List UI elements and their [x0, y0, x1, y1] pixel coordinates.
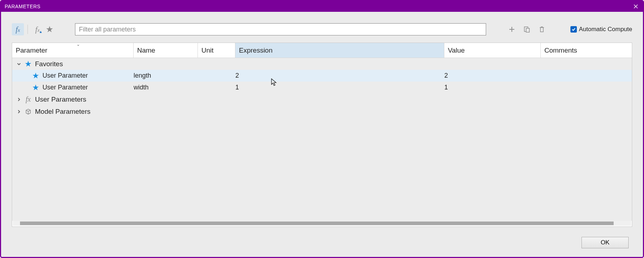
toolbar-separator	[28, 25, 28, 34]
column-header-unit[interactable]: Unit	[198, 43, 235, 58]
row-expr[interactable]: 2	[235, 72, 444, 79]
svg-rect-1	[526, 28, 529, 32]
chevron-right-icon	[17, 109, 21, 114]
toolbar-left: fx fx ▲ ★	[12, 23, 56, 35]
column-header-expression[interactable]: Expression	[235, 43, 444, 58]
star-icon: ★	[32, 84, 40, 92]
row-type: User Parameter	[43, 84, 88, 91]
user-parameters-button[interactable]: fx ▲	[31, 23, 44, 35]
cube-icon	[24, 108, 32, 116]
star-icon: ★	[24, 60, 32, 68]
table-row[interactable]: ★ User Parameter length 2 2	[12, 70, 632, 82]
group-label: Model Parameters	[35, 108, 90, 116]
column-header-parameter[interactable]: Parameter	[12, 43, 134, 58]
titlebar[interactable]: PARAMETERS	[1, 1, 643, 12]
scrollbar-thumb[interactable]	[20, 222, 614, 225]
dialog-footer: OK	[12, 233, 632, 252]
delete-button[interactable]	[538, 25, 546, 34]
expand-toggle[interactable]	[16, 97, 22, 102]
fx-icon: fx	[16, 25, 20, 34]
group-label: User Parameters	[35, 96, 86, 103]
automatic-compute-label: Automatic Compute	[579, 26, 632, 33]
group-row-model[interactable]: Model Parameters	[12, 105, 632, 118]
sort-indicator-icon: ⌄	[76, 42, 80, 47]
row-value: 1	[444, 84, 541, 91]
horizontal-scrollbar[interactable]	[13, 221, 631, 226]
row-name: width	[134, 84, 198, 91]
group-row-favorites[interactable]: ★ Favorites	[12, 58, 632, 70]
add-parameter-button[interactable]	[508, 25, 516, 34]
filter-input[interactable]	[75, 23, 486, 35]
user-badge-icon: ▲	[39, 30, 43, 34]
parameters-grid: ⌄ Parameter Name Unit Expression Value C…	[12, 43, 632, 227]
close-icon	[633, 4, 638, 9]
toolbar: fx fx ▲ ★	[12, 23, 632, 36]
filter-container	[75, 23, 486, 35]
fx-icon: fx	[24, 96, 32, 103]
row-type: User Parameter	[43, 72, 88, 79]
favorites-filter-button[interactable]: ★	[44, 23, 56, 35]
close-button[interactable]	[631, 2, 641, 11]
paste-button[interactable]	[523, 25, 531, 34]
automatic-compute-toggle[interactable]: Automatic Compute	[570, 26, 632, 33]
trash-icon	[538, 26, 545, 33]
parameters-dialog: PARAMETERS fx fx ▲ ★	[0, 0, 644, 258]
column-header-name[interactable]: Name	[134, 43, 198, 58]
row-value: 2	[444, 72, 541, 79]
plus-icon	[508, 26, 515, 33]
window-title: PARAMETERS	[5, 4, 631, 9]
column-header-comments[interactable]: Comments	[541, 43, 632, 58]
all-parameters-button[interactable]: fx	[12, 23, 24, 35]
checkbox-checked-icon	[570, 26, 577, 33]
content-area: fx fx ▲ ★	[1, 12, 643, 257]
column-header-value[interactable]: Value	[444, 43, 541, 58]
toolbar-right: Automatic Compute	[508, 25, 632, 34]
table-row[interactable]: ★ User Parameter width 1 1	[12, 82, 632, 93]
group-label: Favorites	[35, 60, 63, 68]
chevron-down-icon	[17, 62, 21, 66]
ok-button[interactable]: OK	[581, 237, 629, 248]
grid-body: ★ Favorites ★ User Parameter length 2 2	[12, 58, 632, 221]
grid-header: Parameter Name Unit Expression Value Com…	[12, 43, 632, 58]
paste-icon	[523, 26, 530, 33]
star-icon: ★	[32, 72, 40, 80]
group-row-user[interactable]: fx User Parameters	[12, 93, 632, 105]
row-expr[interactable]: 1	[235, 84, 444, 91]
expand-toggle[interactable]	[16, 109, 22, 114]
row-name: length	[134, 72, 198, 79]
chevron-right-icon	[17, 97, 21, 102]
star-icon: ★	[46, 24, 54, 34]
collapse-toggle[interactable]	[16, 62, 22, 66]
